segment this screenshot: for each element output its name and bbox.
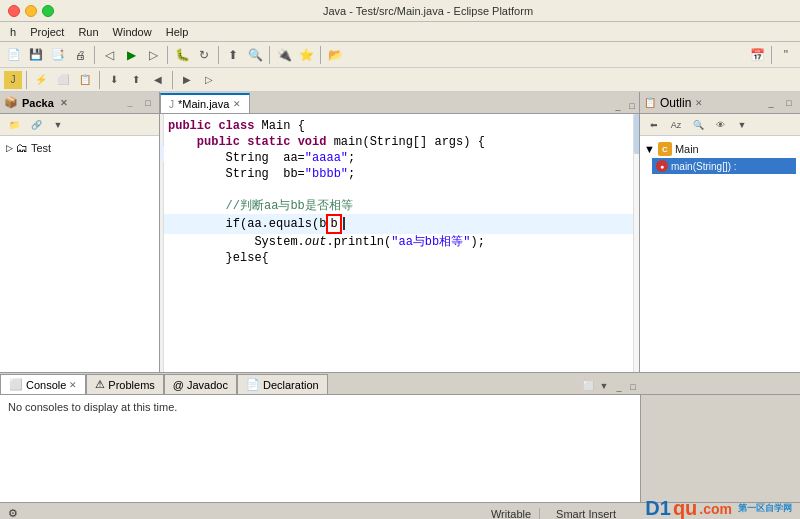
problems-tab[interactable]: ⚠ Problems	[86, 374, 163, 394]
status-icon: ⚙	[8, 507, 18, 519]
save-all-button[interactable]: 📑	[48, 45, 68, 65]
close-button[interactable]	[8, 5, 20, 17]
tb2-btn8[interactable]: ▷	[199, 70, 219, 90]
minimap-thumb[interactable]	[634, 114, 639, 154]
sep3	[218, 46, 219, 64]
package-title: Packa	[22, 97, 54, 109]
menu-window[interactable]: Window	[107, 25, 158, 39]
run-button[interactable]: ▶	[121, 45, 141, 65]
outline-hide[interactable]: 👁	[710, 115, 730, 135]
code-line-3: String aa="aaaa";	[164, 150, 633, 166]
minimap	[633, 114, 639, 372]
tb2-btn4[interactable]: ⬇	[104, 70, 124, 90]
bottom-display[interactable]: ▼	[596, 378, 612, 394]
code-editor[interactable]: public class Main { public static void m…	[164, 114, 633, 372]
run2-button[interactable]: ▷	[143, 45, 163, 65]
star-button[interactable]: ⭐	[296, 45, 316, 65]
sep4	[269, 46, 270, 64]
editor-minimize[interactable]: _	[611, 99, 625, 113]
outline-filter[interactable]: 🔍	[688, 115, 708, 135]
perspective-button[interactable]: J	[4, 71, 22, 89]
editor-wrapper: public class Main { public static void m…	[160, 114, 639, 372]
tab-close[interactable]: ✕	[233, 99, 241, 109]
plugin-button[interactable]: 🔌	[274, 45, 294, 65]
package-icon: 📦	[4, 96, 18, 109]
search-button[interactable]: 🔍	[245, 45, 265, 65]
watermark: D1 qu .com 第一区自学网	[645, 497, 792, 519]
bottom-maximize[interactable]: □	[626, 380, 640, 394]
editor-tabs: J *Main.java ✕ _ □	[160, 92, 639, 114]
print-button[interactable]: 🖨	[70, 45, 90, 65]
watermark-dot-com: .com	[699, 501, 732, 517]
link-editor[interactable]: 🔗	[26, 115, 46, 135]
code-line-8: System.out.println("aa与bb相等");	[164, 234, 633, 250]
main-java-tab[interactable]: J *Main.java ✕	[160, 93, 250, 113]
bottom-tabs: ⬜ Console ✕ ⚠ Problems @ Javadoc 📄 Decla…	[0, 373, 800, 395]
tb2-btn5[interactable]: ⬆	[126, 70, 146, 90]
class-icon: C	[658, 142, 672, 156]
tb2-btn7[interactable]: ▶	[177, 70, 197, 90]
console-tab-label: Console	[26, 379, 66, 391]
window-title: Java - Test/src/Main.java - Eclipse Plat…	[64, 5, 792, 17]
refresh-button[interactable]: ↻	[194, 45, 214, 65]
minimize-button[interactable]	[25, 5, 37, 17]
save-button[interactable]: 💾	[26, 45, 46, 65]
maximize-button[interactable]	[42, 5, 54, 17]
tab-filename: *Main.java	[178, 98, 229, 110]
bottom-new-console[interactable]: ⬜	[580, 378, 596, 394]
declaration-tab-label: Declaration	[263, 379, 319, 391]
tb2-btn6[interactable]: ◀	[148, 70, 168, 90]
project-icon: 🗂	[16, 141, 28, 155]
code-line-1: public class Main {	[164, 118, 633, 134]
menu-project[interactable]: Project	[24, 25, 70, 39]
class-name[interactable]: Main	[675, 143, 699, 155]
minimize-panel[interactable]: _	[123, 96, 137, 110]
outline-method-item[interactable]: ● main(String[]) :	[652, 158, 796, 174]
menu-h[interactable]: h	[4, 25, 22, 39]
method-name: main(String[]) :	[671, 161, 737, 172]
javadoc-tab[interactable]: @ Javadoc	[164, 374, 237, 394]
outline-bottom	[640, 395, 800, 502]
calendar-button[interactable]: 📅	[747, 45, 767, 65]
debug-button[interactable]: 🐛	[172, 45, 192, 65]
console-tab[interactable]: ⬜ Console ✕	[0, 374, 86, 394]
menu2-button[interactable]: "	[776, 45, 796, 65]
sep1	[94, 46, 95, 64]
outline-header: 📋 Outlin ✕ _ □	[640, 92, 800, 114]
sep9	[172, 71, 173, 89]
code-line-9: }else{	[164, 250, 633, 266]
outline-icon: 📋	[644, 97, 656, 108]
outline-max[interactable]: □	[782, 96, 796, 110]
tb2-btn2[interactable]: ⬜	[53, 70, 73, 90]
outline-menu[interactable]: ▼	[732, 115, 752, 135]
menu-help[interactable]: Help	[160, 25, 195, 39]
editor-maximize[interactable]: □	[625, 99, 639, 113]
bottom-minimize[interactable]: _	[612, 380, 626, 394]
outline-min[interactable]: _	[764, 96, 778, 110]
new-button[interactable]: 📄	[4, 45, 24, 65]
tb2-btn1[interactable]: ⚡	[31, 70, 51, 90]
cursor-button[interactable]: ⬆	[223, 45, 243, 65]
outline-sort[interactable]: Az	[666, 115, 686, 135]
tree-item-test[interactable]: ▷ 🗂 Test	[2, 140, 157, 156]
maximize-panel[interactable]: □	[141, 96, 155, 110]
tb2-btn3[interactable]: 📋	[75, 70, 95, 90]
method-icon: ●	[656, 160, 668, 172]
console-tab-x: ✕	[69, 380, 77, 390]
prev-button[interactable]: ◁	[99, 45, 119, 65]
expand-icon: ▷	[6, 143, 13, 153]
menu-run[interactable]: Run	[72, 25, 104, 39]
sep8	[99, 71, 100, 89]
project-label: Test	[31, 142, 51, 154]
open-button[interactable]: 📂	[325, 45, 345, 65]
declaration-tab-icon: 📄	[246, 378, 260, 391]
collapse-all[interactable]: 📁	[4, 115, 24, 135]
declaration-tab[interactable]: 📄 Declaration	[237, 374, 328, 394]
pkg-menu[interactable]: ▼	[48, 115, 68, 135]
outline-collapse[interactable]: ⬅	[644, 115, 664, 135]
window-controls[interactable]	[8, 5, 54, 17]
code-line-6: //判断aa与bb是否相等	[164, 198, 633, 214]
outline-x: ✕	[695, 98, 703, 108]
sep7	[26, 71, 27, 89]
package-toolbar: 📁 🔗 ▼	[0, 114, 159, 136]
